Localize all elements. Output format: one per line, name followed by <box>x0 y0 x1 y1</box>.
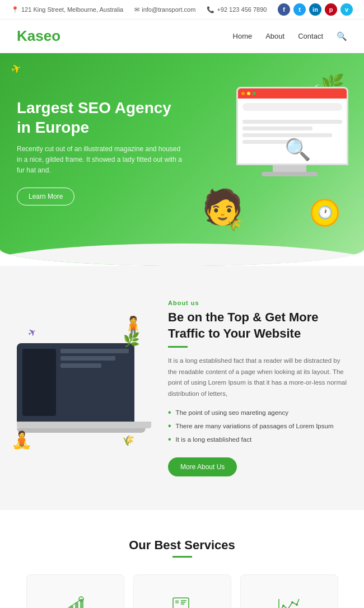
about-illustration: ✈ 🧘 🧍 🌿 🌾 <box>17 326 151 450</box>
plant-icon: 🌾 <box>227 218 242 232</box>
social-links: f t in p v <box>278 3 353 16</box>
monitor-line-2 <box>242 127 312 130</box>
dot-3 <box>253 92 256 95</box>
svg-point-16 <box>296 604 298 606</box>
monitor-base <box>262 172 318 176</box>
service-card-web-analytics: Web Analytics It is a long established f… <box>26 574 124 608</box>
about-grain-icon: 🌾 <box>122 434 134 447</box>
phone-text: +92 123 456 7890 <box>217 6 267 13</box>
sitting-person-icon: 🧘 <box>11 430 32 450</box>
dot-2 <box>247 92 250 95</box>
main-nav: Home About Contact 🔍 <box>233 31 347 41</box>
search-icon[interactable]: 🔍 <box>337 31 347 41</box>
more-about-us-button[interactable]: More About Us <box>168 457 237 476</box>
about-underline <box>168 346 188 348</box>
services-underline <box>172 556 192 558</box>
magnifier-icon: 🔍 <box>284 137 311 162</box>
about-paper-plane-icon: ✈ <box>26 325 39 340</box>
clock-icon: 🕐 <box>311 199 339 227</box>
list-item-2-text: There are many variations of passages of… <box>176 423 334 429</box>
list-item-3: • It is a long established fact <box>168 433 347 446</box>
nav-home[interactable]: Home <box>233 32 253 40</box>
twitter-icon[interactable]: t <box>293 3 306 16</box>
bullet-icon-3: • <box>168 434 171 445</box>
about-title: Be on the Top & Get More Traffic to Your… <box>168 310 347 342</box>
list-item-1: • The point of using seo mareting agency <box>168 406 347 419</box>
linkedin-icon[interactable]: in <box>309 3 321 16</box>
about-label: About us <box>168 300 347 306</box>
laptop-bottom <box>17 428 146 433</box>
laptop-line-3 <box>60 363 101 368</box>
seo-audit-icon <box>170 593 194 608</box>
phone-icon: 📞 <box>207 6 214 13</box>
svg-point-15 <box>291 601 293 604</box>
service-card-seo-audit: Technical SEO Audit It is a long establi… <box>133 574 231 608</box>
services-section: Our Best Services Web Analytics It is a … <box>0 510 364 608</box>
service-card-online-marketing: Online Marketing It is a long establishe… <box>240 574 338 608</box>
list-item-3-text: It is a long established fact <box>176 436 252 443</box>
about-section: ✈ 🧘 🧍 🌿 🌾 About us <box>0 266 364 510</box>
hero-description: Recently cut out of an illustrated magaz… <box>17 144 185 176</box>
bullet-icon-2: • <box>168 421 171 431</box>
address-info: 📍 121 King Street, Melbourne, Australia <box>11 6 123 13</box>
laptop-line-2 <box>60 356 115 361</box>
monitor-stand <box>273 165 306 172</box>
monitor-bar <box>238 88 347 99</box>
list-item-1-text: The point of using seo mareting agency <box>176 409 288 416</box>
laptop-line-1 <box>60 349 129 353</box>
laptop-illustration <box>17 343 151 433</box>
services-title: Our Best Services <box>17 538 347 553</box>
online-marketing-icon-wrap <box>275 592 303 608</box>
laptop-main <box>60 349 129 416</box>
monitor-line-3 <box>242 133 332 137</box>
nav-about[interactable]: About <box>265 32 284 40</box>
address-icon: 📍 <box>11 6 19 13</box>
email-text: info@transport.com <box>142 6 195 13</box>
facebook-icon[interactable]: f <box>278 3 290 16</box>
logo[interactable]: Kaseo <box>17 27 60 45</box>
svg-rect-6 <box>175 600 179 604</box>
seo-audit-icon-wrap <box>168 592 196 608</box>
bullet-icon-1: • <box>168 408 171 418</box>
web-analytics-icon <box>63 593 87 608</box>
hero-illustration: 🌿 🍃 🔍 🧑 <box>196 70 353 238</box>
online-marketing-icon <box>277 593 301 608</box>
vimeo-icon[interactable]: v <box>340 3 353 16</box>
laptop-content <box>22 349 129 416</box>
monitor-illustration <box>231 87 348 176</box>
hero-section: ✈ Largest SEO Agency in Europe Recently … <box>0 53 364 266</box>
about-leaf-icon: 🌿 <box>123 332 140 348</box>
svg-point-13 <box>282 605 284 607</box>
hero-content: Largest SEO Agency in Europe Recently cu… <box>17 98 185 205</box>
address-text: 121 King Street, Melbourne, Australia <box>21 6 123 13</box>
laptop-base <box>17 422 151 428</box>
top-bar: 📍 121 King Street, Melbourne, Australia … <box>0 0 364 20</box>
about-body: It is a long established fact that a rea… <box>168 356 347 399</box>
nav-contact[interactable]: Contact <box>298 32 323 40</box>
paper-plane-icon: ✈ <box>9 60 24 78</box>
learn-more-button[interactable]: Learn More <box>17 188 74 205</box>
email-icon: ✉ <box>134 6 139 13</box>
monitor-search-bar <box>242 103 342 111</box>
pinterest-icon[interactable]: p <box>325 3 337 16</box>
list-item-2: • There are many variations of passages … <box>168 419 347 433</box>
about-list: • The point of using seo mareting agency… <box>168 406 347 446</box>
monitor-line-1 <box>242 120 342 124</box>
hero-title: Largest SEO Agency in Europe <box>17 98 185 137</box>
email-info: ✉ info@transport.com <box>134 6 195 13</box>
laptop-screen <box>17 343 134 422</box>
header: Kaseo Home About Contact 🔍 <box>0 20 364 53</box>
laptop-sidebar <box>22 349 56 416</box>
web-analytics-icon-wrap <box>61 592 89 608</box>
services-grid: Web Analytics It is a long established f… <box>17 574 347 608</box>
phone-info: 📞 +92 123 456 7890 <box>207 6 267 13</box>
dot-1 <box>241 92 245 95</box>
top-bar-left: 📍 121 King Street, Melbourne, Australia … <box>11 6 267 13</box>
about-text: About us Be on the Top & Get More Traffi… <box>168 300 347 476</box>
